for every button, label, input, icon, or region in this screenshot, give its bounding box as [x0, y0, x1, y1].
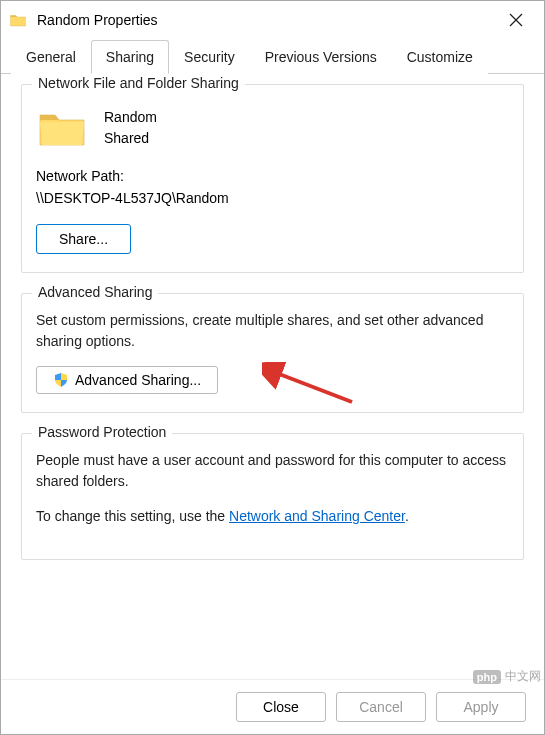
network-path-label: Network Path:	[36, 165, 509, 187]
window-title: Random Properties	[37, 12, 496, 28]
close-window-button[interactable]	[496, 5, 536, 35]
arrow-annotation	[262, 362, 362, 412]
password-description: People must have a user account and pass…	[36, 450, 509, 492]
properties-dialog: Random Properties General Sharing Securi…	[0, 0, 545, 735]
folder-icon	[9, 11, 27, 29]
group-title: Network File and Folder Sharing	[32, 75, 245, 91]
cancel-button[interactable]: Cancel	[336, 692, 426, 722]
group-title: Advanced Sharing	[32, 284, 158, 300]
svg-line-2	[274, 372, 352, 402]
group-password-protection: Password Protection People must have a u…	[21, 433, 524, 560]
tab-general[interactable]: General	[11, 40, 91, 74]
group-body: People must have a user account and pass…	[36, 450, 509, 527]
dialog-footer: Close Cancel Apply	[1, 679, 544, 734]
tab-customize[interactable]: Customize	[392, 40, 488, 74]
network-path-block: Network Path: \\DESKTOP-4L537JQ\Random	[36, 165, 509, 210]
group-description: Set custom permissions, create multiple …	[36, 310, 509, 352]
advanced-sharing-button[interactable]: Advanced Sharing...	[36, 366, 218, 394]
folder-icon	[38, 107, 86, 149]
group-advanced-sharing: Advanced Sharing Set custom permissions,…	[21, 293, 524, 413]
group-title: Password Protection	[32, 424, 172, 440]
network-path-value: \\DESKTOP-4L537JQ\Random	[36, 187, 509, 209]
folder-name: Random	[104, 107, 157, 128]
apply-button[interactable]: Apply	[436, 692, 526, 722]
tab-sharing[interactable]: Sharing	[91, 40, 169, 74]
share-status: Shared	[104, 128, 157, 149]
group-network-sharing: Network File and Folder Sharing Random S…	[21, 84, 524, 273]
shield-icon	[53, 372, 69, 388]
password-change-line: To change this setting, use the Network …	[36, 506, 509, 527]
tab-strip: General Sharing Security Previous Versio…	[1, 39, 544, 74]
close-button[interactable]: Close	[236, 692, 326, 722]
tab-content: Network File and Folder Sharing Random S…	[1, 74, 544, 679]
folder-text: Random Shared	[104, 107, 157, 149]
tab-security[interactable]: Security	[169, 40, 250, 74]
folder-info-row: Random Shared	[38, 107, 509, 149]
close-icon	[509, 13, 523, 27]
tab-previous-versions[interactable]: Previous Versions	[250, 40, 392, 74]
share-button[interactable]: Share...	[36, 224, 131, 254]
titlebar: Random Properties	[1, 1, 544, 39]
advanced-sharing-button-label: Advanced Sharing...	[75, 372, 201, 388]
network-sharing-center-link[interactable]: Network and Sharing Center	[229, 508, 405, 524]
